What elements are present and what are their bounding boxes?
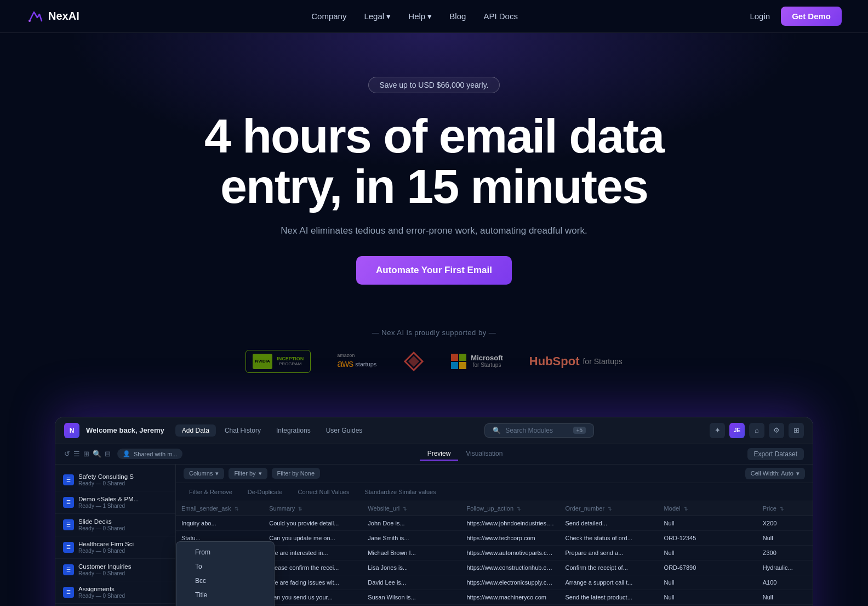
table-cell: Null [757,530,813,545]
deduplicate-action[interactable]: De-Duplicate [242,486,288,497]
action-toolbar: Filter & Remove De-Duplicate Correct Nul… [176,483,813,501]
dropdown-bcc[interactable]: Bcc [176,574,274,588]
item-icon: ☰ [63,564,74,575]
table-cell: Michael Brown I... [362,545,461,560]
tab-user-guides[interactable]: User Guides [319,424,369,437]
window-welcome: Welcome back, Jeremy [86,426,164,434]
standardize-action[interactable]: Standardize Similar values [359,486,441,497]
table-cell: A100 [757,575,813,590]
table-icon[interactable]: ⊟ [105,450,111,458]
hero-section: Save up to USD $66,000 yearly. 4 hours o… [0,33,868,417]
tab-visualisation[interactable]: Visualisation [458,448,510,461]
table-cell: Send the latest product... [560,590,659,604]
svg-point-1 [28,20,31,22]
dropdown-title[interactable]: Title [176,588,274,602]
filter-by-button[interactable]: Filter by ▾ [229,468,267,479]
table-cell: Null [757,590,813,604]
list-item[interactable]: ☰ Customer Inquiries Ready — 0 Shared [55,559,175,581]
table-cell: Arrange a support call t... [560,575,659,590]
hero-subtitle: Nex AI eliminates tedious and error-pron… [11,225,857,236]
hero-badge: Save up to USD $66,000 yearly. [368,77,500,93]
th-follow-up[interactable]: Follow_up_action ⇅ [461,501,559,516]
item-icon: ☰ [63,519,74,530]
table-cell: Send detailed... [560,516,659,530]
filter-remove-action[interactable]: Filter & Remove [184,486,238,497]
filter-none-button[interactable]: Filter by None [272,468,320,479]
home-icon-btn[interactable]: ⌂ [749,423,764,438]
dropdown-email-sender[interactable]: ✓ Email_sender_ask [176,602,274,606]
tab-integrations[interactable]: Integrations [270,424,317,437]
list-icon[interactable]: ☰ [73,450,80,458]
hubspot-logo: HubSpot for Startups [529,354,623,369]
nav-apidocs[interactable]: API Docs [483,12,518,21]
login-link[interactable]: Login [750,12,770,21]
table-cell: https://www.electronicsupply.com [461,575,559,590]
search-modules-box[interactable]: 🔍 Search Modules +5 [484,423,594,438]
sub-toolbar: ↺ ☰ ⊞ 🔍 ⊟ 👤 Shared with m... Preview Vis… [55,444,813,465]
list-item[interactable]: ☰ Safety Consulting S Ready — 0 Shared [55,469,175,491]
hero-cta-button[interactable]: Automate Your First Email [356,256,512,285]
nav-company[interactable]: Company [311,12,346,21]
nav-help[interactable]: Help ▾ [408,12,432,21]
item-icon: ☰ [63,474,74,485]
th-email-sender-ask[interactable]: Email_sender_ask ⇅ [176,501,264,516]
svg-rect-7 [459,362,466,369]
list-item[interactable]: ☰ Assignments Ready — 0 Shared [55,581,175,604]
list-item[interactable]: ☰ Demo <Sales & PM... Ready — 1 Shared [55,491,175,514]
table-cell: Z300 [757,545,813,560]
table-cell: Jane Smith is... [362,530,461,545]
user-avatar[interactable]: JE [729,423,745,438]
aws-logo: amazon aws startups [337,353,376,370]
table-cell: https://www.constructionhub.com [461,560,559,575]
refresh-icon[interactable]: ↺ [64,450,70,458]
nav-legal[interactable]: Legal ▾ [364,12,391,21]
settings-icon-btn[interactable]: ⚙ [769,423,784,438]
table-cell: Confirm the receipt of... [560,560,659,575]
table-cell: Inquiry abo... [176,516,264,530]
grid-icon-btn[interactable]: ⊞ [789,423,804,438]
sub-icon-group: ↺ ☰ ⊞ 🔍 ⊟ [64,450,111,458]
table-cell: Null [659,590,757,604]
table-cell: We are facing issues wit... [264,575,362,590]
export-dataset-button[interactable]: Export Dataset [747,448,804,460]
list-item[interactable]: ☰ Healthcare Firm Sci Ready — 0 Shared [55,536,175,559]
nav-logo[interactable]: NexAI [26,8,79,25]
th-price[interactable]: Price ⇅ [757,501,813,516]
share-icon: 👤 [123,450,130,457]
sidebar-list: ☰ Safety Consulting S Ready — 0 Shared ☰… [55,465,176,606]
table-cell: https://www.machineryco.com [461,590,559,604]
th-model[interactable]: Model ⇅ [659,501,757,516]
dropdown-to[interactable]: To [176,559,274,574]
table-row[interactable]: Inquiry abo...Could you provide detail..… [176,516,813,530]
th-summary[interactable]: Summary ⇅ [264,501,362,516]
supporters-label: — Nex AI is proudly supported by — [11,329,857,337]
nvidia-logo: NVIDIA INCEPTION PROGRAM [245,350,311,373]
th-order-number[interactable]: Order_number ⇅ [560,501,659,516]
nav-links: Company Legal ▾ Help ▾ Blog API Docs [311,12,518,21]
th-website-url[interactable]: Website_url ⇅ [362,501,461,516]
tab-add-data[interactable]: Add Data [175,424,216,437]
nav-blog[interactable]: Blog [449,12,466,21]
table-cell: ORD-67890 [659,560,757,575]
tab-preview[interactable]: Preview [420,448,459,461]
search-small-icon[interactable]: 🔍 [93,450,101,458]
table-cell: Hydraulic... [757,560,813,575]
dropdown-from[interactable]: From [176,545,274,559]
get-demo-button[interactable]: Get Demo [781,7,842,26]
list-item[interactable]: ☰ International Univer... Ready — 0 Shar… [55,604,175,606]
table-cell: Could you provide detail... [264,516,362,530]
window-logo: N [64,423,79,438]
columns-button[interactable]: Columns ▾ [184,468,224,479]
table-cell: We are interested in... [264,545,362,560]
star-icon-btn[interactable]: ✦ [710,423,725,438]
table-cell: X200 [757,516,813,530]
tab-chat-history[interactable]: Chat History [218,424,267,437]
svg-rect-0 [26,8,44,25]
list-item[interactable]: ☰ Slide Decks Ready — 0 Shared [55,514,175,536]
cell-width-button[interactable]: Cell Width: Auto ▾ [745,468,805,479]
correct-null-action[interactable]: Correct Null Values [292,486,355,497]
grid-small-icon[interactable]: ⊞ [83,450,89,458]
table-toolbar: Columns ▾ Filter by ▾ Filter by None Cel… [176,465,813,483]
search-icon: 🔍 [493,427,501,434]
table-cell: Check the status of ord... [560,530,659,545]
